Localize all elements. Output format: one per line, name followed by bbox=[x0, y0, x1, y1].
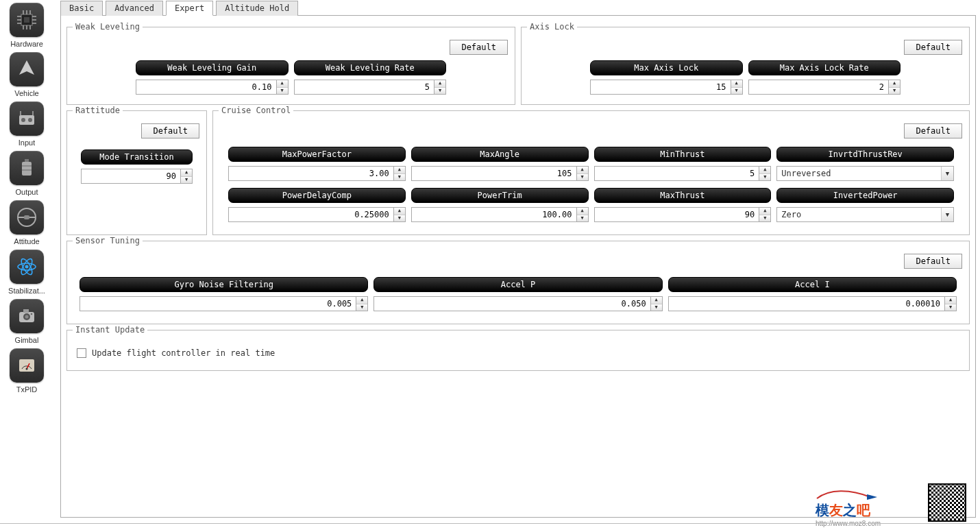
chevron-down-icon[interactable]: ▼ bbox=[941, 167, 953, 180]
sidebar-label: Output bbox=[15, 188, 38, 196]
label: MaxPowerFactor bbox=[228, 147, 406, 162]
accel-i-input[interactable] bbox=[668, 296, 944, 311]
svg-point-29 bbox=[25, 265, 29, 269]
chevron-down-icon[interactable]: ▼ bbox=[941, 208, 953, 221]
spin-down-icon[interactable]: ▼ bbox=[731, 88, 742, 95]
field-maxangle: MaxAngle ▲▼ bbox=[411, 147, 589, 181]
invrtdthrustrev-dropdown[interactable]: Unreversed▼ bbox=[776, 166, 954, 181]
powerdelaycomp-input[interactable] bbox=[228, 207, 393, 222]
svg-rect-25 bbox=[24, 215, 29, 219]
spinbox[interactable]: ▲▼ bbox=[594, 207, 772, 222]
sidebar-item-hardware[interactable]: Hardware bbox=[0, 0, 53, 49]
spin-up-icon[interactable]: ▲ bbox=[759, 167, 770, 174]
spin-up-icon[interactable]: ▲ bbox=[434, 80, 445, 88]
sidebar-item-vehicle[interactable]: Vehicle bbox=[0, 49, 53, 99]
spin-up-icon[interactable]: ▲ bbox=[277, 80, 288, 88]
spinbox[interactable]: ▲▼ bbox=[373, 296, 662, 311]
default-button[interactable]: Default bbox=[904, 254, 962, 269]
group-axis-lock: Axis Lock Default Max Axis Lock ▲▼ Max A… bbox=[521, 27, 970, 105]
spinbox[interactable]: ▲▼ bbox=[594, 166, 772, 181]
dropdown-value: Unreversed bbox=[777, 167, 941, 180]
spin-up-icon[interactable]: ▲ bbox=[181, 169, 192, 177]
spin-up-icon[interactable]: ▲ bbox=[577, 208, 588, 215]
sidebar-label: Input bbox=[19, 138, 35, 147]
spin-up-icon[interactable]: ▲ bbox=[394, 208, 405, 215]
spin-down-icon[interactable]: ▼ bbox=[651, 304, 662, 311]
spinbox[interactable]: ▲▼ bbox=[748, 80, 901, 95]
checkbox-icon[interactable] bbox=[77, 348, 86, 358]
spin-up-icon[interactable]: ▲ bbox=[759, 208, 770, 215]
spin-up-icon[interactable]: ▲ bbox=[731, 80, 742, 88]
sidebar-item-input[interactable]: Input bbox=[0, 99, 53, 148]
label: Accel P bbox=[373, 277, 662, 292]
default-button[interactable]: Default bbox=[904, 40, 962, 55]
max-axis-lock-input[interactable] bbox=[590, 80, 731, 95]
spinbox[interactable]: ▲▼ bbox=[81, 169, 193, 184]
svg-point-15 bbox=[21, 118, 25, 122]
spin-up-icon[interactable]: ▲ bbox=[889, 80, 900, 88]
dropdown-value: Zero bbox=[777, 208, 941, 221]
gyro-noise-input[interactable] bbox=[79, 296, 356, 311]
accel-p-input[interactable] bbox=[373, 296, 650, 311]
spin-down-icon[interactable]: ▼ bbox=[181, 177, 192, 184]
sidebar-item-output[interactable]: Output bbox=[0, 148, 53, 197]
powertrim-input[interactable] bbox=[411, 207, 576, 222]
default-button[interactable]: Default bbox=[141, 123, 199, 138]
spinbox[interactable]: ▲▼ bbox=[136, 80, 289, 95]
spin-down-icon[interactable]: ▼ bbox=[759, 215, 770, 222]
spinbox[interactable]: ▲▼ bbox=[228, 207, 406, 222]
spinbox[interactable]: ▲▼ bbox=[411, 166, 589, 181]
field-accel-p: Accel P ▲▼ bbox=[373, 277, 662, 311]
spinbox[interactable]: ▲▼ bbox=[590, 80, 743, 95]
max-axis-lock-rate-input[interactable] bbox=[748, 80, 889, 95]
mode-transition-input[interactable] bbox=[81, 169, 180, 184]
weak-leveling-gain-input[interactable] bbox=[136, 80, 276, 95]
default-button[interactable]: Default bbox=[450, 40, 508, 55]
sidebar-item-attitude[interactable]: Attitude bbox=[0, 197, 53, 247]
spin-up-icon[interactable]: ▲ bbox=[394, 167, 405, 174]
minthrust-input[interactable] bbox=[594, 166, 759, 181]
spin-down-icon[interactable]: ▼ bbox=[394, 174, 405, 181]
spin-up-icon[interactable]: ▲ bbox=[945, 297, 956, 304]
spin-up-icon[interactable]: ▲ bbox=[577, 167, 588, 174]
spin-up-icon[interactable]: ▲ bbox=[356, 297, 367, 304]
maxpowerfactor-input[interactable] bbox=[228, 166, 393, 181]
spin-down-icon[interactable]: ▼ bbox=[277, 88, 288, 95]
spin-up-icon[interactable]: ▲ bbox=[651, 297, 662, 304]
spinbox[interactable]: ▲▼ bbox=[228, 166, 406, 181]
spinbox[interactable]: ▲▼ bbox=[668, 296, 957, 311]
spin-down-icon[interactable]: ▼ bbox=[945, 304, 956, 311]
sidebar-label: Attitude bbox=[14, 237, 39, 245]
tab-altitude-hold[interactable]: Altitude Hold bbox=[216, 1, 298, 16]
tab-basic[interactable]: Basic bbox=[60, 1, 103, 16]
sidebar-item-stabilization[interactable]: Stabilizat... bbox=[0, 247, 53, 296]
svg-rect-31 bbox=[23, 309, 29, 313]
tab-expert[interactable]: Expert bbox=[166, 1, 213, 16]
field-minthrust: MinThrust ▲▼ bbox=[594, 147, 772, 181]
spin-down-icon[interactable]: ▼ bbox=[394, 215, 405, 222]
spin-down-icon[interactable]: ▼ bbox=[577, 174, 588, 181]
group-cruise-control: Cruise Control Default MaxPowerFactor ▲▼… bbox=[212, 110, 970, 235]
group-title: Weak Leveling bbox=[73, 22, 143, 32]
maxangle-input[interactable] bbox=[411, 166, 576, 181]
spin-down-icon[interactable]: ▼ bbox=[356, 304, 367, 311]
invertedpower-dropdown[interactable]: Zero▼ bbox=[776, 207, 954, 222]
default-button[interactable]: Default bbox=[904, 123, 962, 138]
sidebar-item-gimbal[interactable]: Gimbal bbox=[0, 296, 53, 346]
spinbox[interactable]: ▲▼ bbox=[411, 207, 589, 222]
tab-advanced[interactable]: Advanced bbox=[106, 1, 163, 16]
label: InvertedPower bbox=[776, 188, 954, 203]
spin-down-icon[interactable]: ▼ bbox=[759, 174, 770, 181]
spinbox[interactable]: ▲▼ bbox=[294, 80, 447, 95]
maxthrust-input[interactable] bbox=[594, 207, 759, 222]
spinbox[interactable]: ▲▼ bbox=[79, 296, 368, 311]
sidebar-item-txpid[interactable]: TxPID bbox=[0, 346, 53, 395]
group-sensor-tuning: Sensor Tuning Default Gyro Noise Filteri… bbox=[66, 241, 970, 324]
field-mode-transition: Mode Transition ▲▼ bbox=[81, 149, 193, 184]
weak-leveling-rate-input[interactable] bbox=[294, 80, 434, 95]
spin-down-icon[interactable]: ▼ bbox=[889, 88, 900, 95]
spin-down-icon[interactable]: ▼ bbox=[434, 88, 445, 95]
spin-down-icon[interactable]: ▼ bbox=[577, 215, 588, 222]
checkbox-update-realtime[interactable]: Update flight controller in real time bbox=[74, 343, 962, 363]
sidebar-label: TxPID bbox=[16, 385, 38, 394]
